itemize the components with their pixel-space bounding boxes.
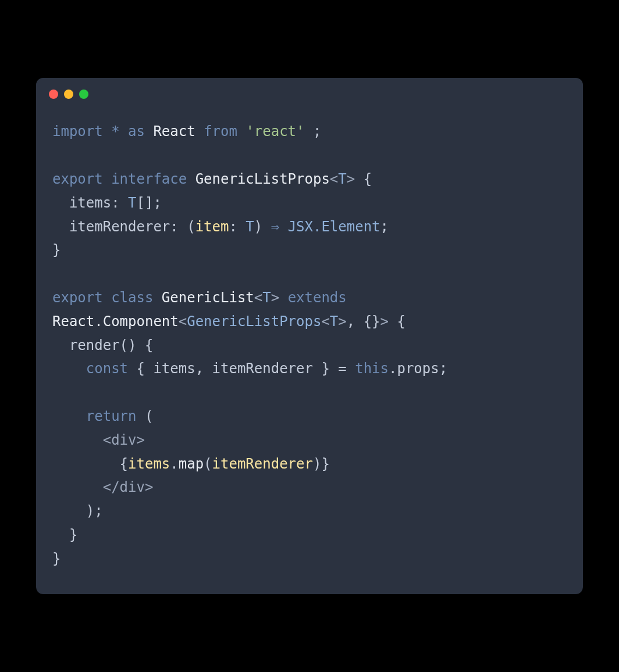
brace: {: [355, 171, 372, 187]
code-line: return (: [52, 408, 153, 424]
keyword-export: export: [52, 289, 103, 306]
parens: (): [120, 337, 137, 353]
angle-bracket: >: [347, 171, 355, 187]
tag-div: div: [120, 479, 145, 495]
identifier-itemrenderer: itemRenderer: [212, 456, 313, 472]
keyword-import: import: [52, 123, 103, 140]
string-react: 'react': [246, 123, 304, 140]
code-line: itemRenderer: (item: T) ⇒ JSX.Element;: [52, 219, 389, 235]
paren: ): [254, 219, 271, 235]
indent: [52, 337, 69, 353]
prop-items: items: [69, 195, 111, 211]
tag-close: >: [137, 432, 145, 448]
code-line: );: [52, 503, 103, 519]
angle-bracket: <: [321, 313, 329, 330]
brace: {: [120, 456, 128, 472]
indent: [52, 360, 86, 377]
type-param: T: [128, 195, 136, 211]
type-param: T: [262, 289, 271, 306]
keyword-this: this: [355, 360, 389, 377]
indent: [52, 456, 120, 472]
angle-bracket: <: [254, 289, 262, 306]
keyword-return: return: [86, 408, 137, 424]
zoom-icon[interactable]: [79, 90, 88, 99]
colon: :: [229, 219, 246, 235]
code-line: export class GenericList<T> extends: [52, 289, 347, 306]
type-jsxelement: JSX.Element: [288, 219, 380, 235]
keyword-as: as: [128, 123, 145, 140]
brace: {: [137, 337, 154, 353]
prop-props: props: [397, 360, 439, 377]
paren-semi: );: [86, 503, 103, 519]
tag-open: </: [103, 479, 120, 495]
brace: }: [52, 551, 61, 567]
brackets: [];: [137, 195, 162, 211]
identifier-items: items: [153, 360, 195, 377]
method-render: render: [69, 337, 120, 353]
brace: }: [52, 242, 61, 258]
indent: [52, 432, 103, 448]
type-param: T: [246, 219, 254, 235]
code-content: import * as React from 'react' ; export …: [36, 103, 583, 594]
titlebar: [36, 78, 583, 103]
brace: }: [321, 456, 329, 472]
arrow-operator: ⇒: [271, 219, 279, 235]
paren: (: [204, 456, 212, 472]
angle-bracket: <: [179, 313, 187, 330]
keyword-const: const: [86, 360, 128, 377]
angle-bracket: >: [338, 313, 346, 330]
identifier-genericlistprops: GenericListProps: [195, 171, 330, 187]
keyword-extends: extends: [288, 289, 347, 306]
comma: ,: [347, 313, 364, 330]
indent: [52, 527, 69, 543]
code-line: }: [52, 551, 61, 567]
semicolon: ;: [305, 123, 322, 140]
method-map: map: [179, 456, 204, 472]
type-genericlistprops: GenericListProps: [187, 313, 321, 330]
comma: ,: [195, 360, 212, 377]
colon: :: [111, 195, 128, 211]
identifier-reactcomponent: React.Component: [52, 313, 179, 330]
brace: {: [389, 313, 405, 330]
keyword-interface: interface: [111, 171, 187, 187]
indent: [52, 219, 69, 235]
code-line: export interface GenericListProps<T> {: [52, 171, 372, 187]
identifier-itemrenderer: itemRenderer: [212, 360, 313, 377]
semicolon: ;: [439, 360, 447, 377]
code-line: </div>: [52, 479, 153, 495]
keyword-from: from: [204, 123, 237, 140]
keyword-class: class: [111, 289, 153, 306]
angle-bracket: >: [380, 313, 389, 330]
indent: [52, 195, 69, 211]
code-line: React.Component<GenericListProps<T>, {}>…: [52, 313, 405, 330]
indent: [52, 503, 86, 519]
empty-object: {}: [364, 313, 380, 330]
code-line: render() {: [52, 337, 153, 353]
code-line: }: [52, 242, 61, 258]
code-line: import * as React from 'react' ;: [52, 123, 321, 140]
type-param: T: [338, 171, 346, 187]
close-icon[interactable]: [49, 90, 58, 99]
param-item: item: [195, 219, 229, 235]
star-operator: *: [111, 123, 119, 140]
minimize-icon[interactable]: [64, 90, 73, 99]
code-window: import * as React from 'react' ; export …: [36, 78, 583, 594]
indent: [52, 479, 103, 495]
angle-bracket: <: [330, 171, 338, 187]
colon-paren: : (: [170, 219, 195, 235]
brace: {: [128, 360, 153, 377]
code-line: {items.map(itemRenderer)}: [52, 456, 330, 472]
tag-div: div: [111, 432, 136, 448]
code-line: <div>: [52, 432, 145, 448]
brace: }: [69, 527, 77, 543]
prop-itemrenderer: itemRenderer: [69, 219, 170, 235]
code-line: items: T[];: [52, 195, 162, 211]
paren: (: [137, 408, 154, 424]
semicolon: ;: [380, 219, 389, 235]
paren: ): [313, 456, 321, 472]
type-param: T: [330, 313, 338, 330]
identifier-react: React: [153, 123, 195, 140]
keyword-export: export: [52, 171, 103, 187]
brace-equals: } =: [313, 360, 355, 377]
dot: .: [389, 360, 397, 377]
